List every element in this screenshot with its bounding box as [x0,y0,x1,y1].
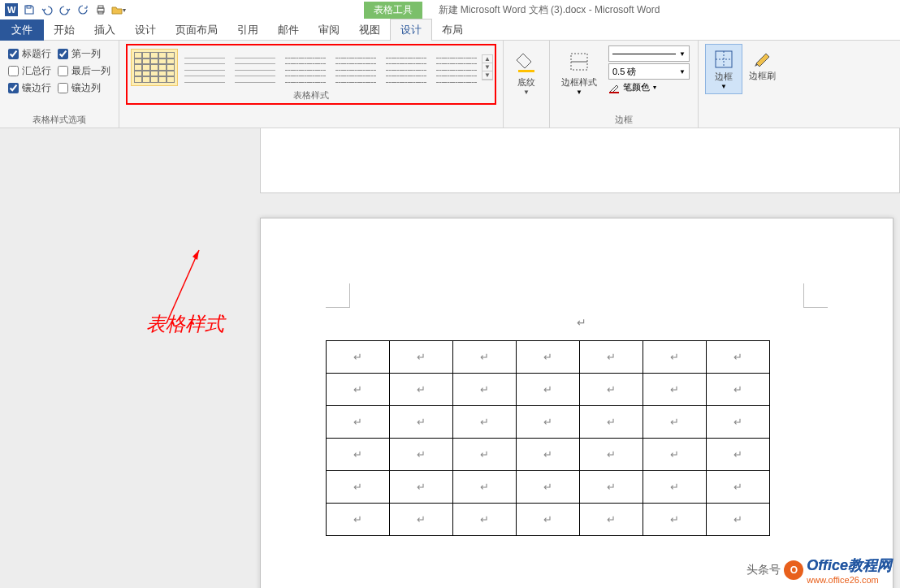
tab-design[interactable]: 设计 [125,19,166,41]
borders-button[interactable]: 边框 ▼ [705,44,742,94]
table-cell[interactable]: ↵ [517,471,580,504]
table-cell[interactable]: ↵ [517,341,580,374]
table-cell[interactable]: ↵ [453,374,517,406]
document-area[interactable]: ↵ ↵↵↵↵↵↵↵↵↵↵↵↵↵↵↵↵↵↵↵↵↵↵↵↵↵↵↵↵↵↵↵↵↵↵↵↵↵↵… [0,128,900,588]
table-cell[interactable]: ↵ [580,471,643,504]
table-cell[interactable]: ↵ [707,374,770,406]
redo-icon[interactable] [57,2,73,18]
table-cell[interactable]: ↵ [327,504,390,536]
table-style-5[interactable] [332,49,379,86]
table-row[interactable]: ↵↵↵↵↵↵↵ [327,406,770,439]
table-style-7[interactable] [433,49,480,86]
table-cell[interactable]: ↵ [517,504,580,536]
tab-table-layout[interactable]: 布局 [432,19,473,41]
table-cell[interactable]: ↵ [390,504,453,536]
table-cell[interactable]: ↵ [643,471,707,504]
chevron-down-icon: ▼ [523,89,530,96]
table-cell[interactable]: ↵ [327,341,390,374]
table-cell[interactable]: ↵ [707,439,770,471]
svg-rect-6 [518,70,534,72]
table-cell[interactable]: ↵ [390,406,453,439]
table-cell[interactable]: ↵ [327,374,390,406]
tab-table-design[interactable]: 设计 [390,19,432,41]
group-label-options: 表格样式选项 [6,112,112,126]
table-style-3[interactable] [231,49,279,86]
table-cell[interactable]: ↵ [580,439,643,471]
table-cell[interactable]: ↵ [707,406,770,439]
border-width-select[interactable]: 0.5 磅▼ [608,63,690,80]
table-cell[interactable]: ↵ [390,341,453,374]
table-cell[interactable]: ↵ [453,341,517,374]
table-style-6[interactable] [383,49,430,86]
check-first-column[interactable]: 第一列 [58,47,110,61]
table-cell[interactable]: ↵ [390,471,453,504]
page[interactable]: ↵ ↵↵↵↵↵↵↵↵↵↵↵↵↵↵↵↵↵↵↵↵↵↵↵↵↵↵↵↵↵↵↵↵↵↵↵↵↵↵… [260,218,894,588]
table-row[interactable]: ↵↵↵↵↵↵↵ [327,341,770,374]
table-row[interactable]: ↵↵↵↵↵↵↵ [327,471,770,504]
save-icon[interactable] [21,2,37,18]
tab-review[interactable]: 审阅 [309,19,349,41]
table-cell[interactable]: ↵ [643,341,707,374]
group-table-styles: ▲▼▼ 表格样式 [119,41,504,128]
table-cell[interactable]: ↵ [327,439,390,471]
table-cell[interactable]: ↵ [453,406,517,439]
table-cell[interactable]: ↵ [707,471,770,504]
table-cell[interactable]: ↵ [453,439,517,471]
check-banded-cols[interactable]: 镶边列 [58,81,110,95]
border-style-button[interactable]: 边框样式 ▼ [556,44,602,99]
table-cell[interactable]: ↵ [517,406,580,439]
table-row[interactable]: ↵↵↵↵↵↵↵ [327,374,770,406]
table-style-2[interactable] [181,49,228,86]
table-cell[interactable]: ↵ [453,471,517,504]
check-banded-rows[interactable]: 镶边行 [8,81,51,95]
quickprint-icon[interactable] [93,2,109,18]
tab-references[interactable]: 引用 [227,19,268,41]
table-cell[interactable]: ↵ [517,374,580,406]
paragraph-mark: ↵ [577,316,586,329]
svg-rect-9 [609,92,619,93]
border-painter-button[interactable]: 边框刷 [742,44,782,94]
table-cell[interactable]: ↵ [580,504,643,536]
table-cell[interactable]: ↵ [580,374,643,406]
watermark-badge-icon: O [784,560,803,580]
table-cell[interactable]: ↵ [707,504,770,536]
table-cell[interactable]: ↵ [390,374,453,406]
svg-rect-2 [27,6,31,8]
table-style-4[interactable] [282,49,329,86]
table-style-1[interactable] [131,49,178,86]
title-bar: W ▾ 表格工具 新建 Microsoft Word 文档 (3).docx -… [0,0,900,19]
table-cell[interactable]: ↵ [580,406,643,439]
pen-color-button[interactable]: 笔颜色▾ [608,81,690,93]
open-icon[interactable]: ▾ [110,2,127,18]
tab-page-layout[interactable]: 页面布局 [166,19,227,41]
table-cell[interactable]: ↵ [327,406,390,439]
gallery-scroll[interactable]: ▲▼▼ [482,54,493,80]
undo-icon[interactable] [39,2,55,18]
border-line-style-select[interactable]: ▼ [608,45,690,62]
table-cell[interactable]: ↵ [643,374,707,406]
tab-insert[interactable]: 插入 [84,19,125,41]
table-cell[interactable]: ↵ [580,341,643,374]
check-last-column[interactable]: 最后一列 [58,64,110,78]
table-row[interactable]: ↵↵↵↵↵↵↵ [327,439,770,471]
table-cell[interactable]: ↵ [707,341,770,374]
tab-home[interactable]: 开始 [44,19,84,41]
check-header-row[interactable]: 标题行 [8,47,51,61]
table-row[interactable]: ↵↵↵↵↵↵↵ [327,504,770,536]
table-cell[interactable]: ↵ [453,504,517,536]
check-total-row[interactable]: 汇总行 [8,64,51,78]
tab-view[interactable]: 视图 [349,19,390,41]
refresh-icon[interactable] [75,2,91,18]
table-cell[interactable]: ↵ [643,439,707,471]
tab-mailings[interactable]: 邮件 [268,19,309,41]
document-table[interactable]: ↵↵↵↵↵↵↵↵↵↵↵↵↵↵↵↵↵↵↵↵↵↵↵↵↵↵↵↵↵↵↵↵↵↵↵↵↵↵↵↵… [326,340,770,536]
table-cell[interactable]: ↵ [517,439,580,471]
table-cell[interactable]: ↵ [390,439,453,471]
shading-button[interactable]: 底纹 ▼ [510,44,543,99]
table-cell[interactable]: ↵ [327,471,390,504]
tab-file[interactable]: 文件 [0,19,44,41]
annotation-text: 表格样式 [146,311,224,337]
table-cell[interactable]: ↵ [643,504,707,536]
table-cell[interactable]: ↵ [643,406,707,439]
group-table-style-options: 标题行 第一列 汇总行 最后一列 镶边行 镶边列 表格样式选项 [0,41,119,128]
